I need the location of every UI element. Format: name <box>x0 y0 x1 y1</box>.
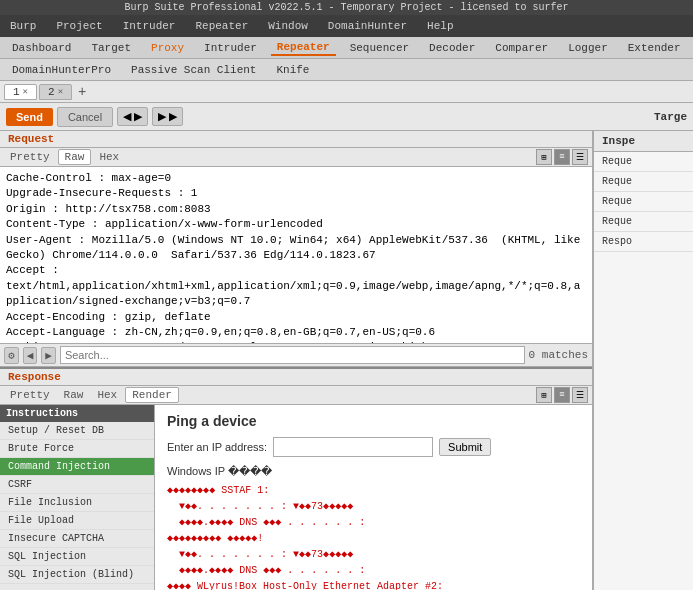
nav-target[interactable]: Target <box>85 41 137 55</box>
search-forward-icon[interactable]: ▶ <box>41 347 56 364</box>
inspector-section-4[interactable]: Reque <box>594 212 693 232</box>
view-controls: ⊞ ≡ ☰ <box>536 149 588 165</box>
req-line-7: text/html,application/xhtml+xml,applicat… <box>6 279 586 310</box>
nav-back-button[interactable]: ◀ ▶ <box>117 107 148 126</box>
view-btn-menu[interactable]: ☰ <box>572 149 588 165</box>
sidebar-item-command-injection[interactable]: Command Injection <box>0 458 154 476</box>
resp-view-btn-list[interactable]: ≡ <box>554 387 570 403</box>
inspector-section-5[interactable]: Respo <box>594 232 693 252</box>
response-content: Instructions Setup / Reset DB Brute Forc… <box>0 405 592 590</box>
inspector-section-1[interactable]: Reque <box>594 152 693 172</box>
tab-2-label: 2 <box>48 86 55 98</box>
req-line-6: Accept : <box>6 263 586 278</box>
sidebar-item-insecure-captcha[interactable]: Insecure CAPTCHA <box>0 530 154 548</box>
response-tab-hex[interactable]: Hex <box>91 388 123 402</box>
response-view-controls: ⊞ ≡ ☰ <box>536 387 588 403</box>
request-tab-pretty[interactable]: Pretty <box>4 150 56 164</box>
req-line-4: Content-Type : application/x-www-form-ur… <box>6 217 586 232</box>
title-bar: Burp Suite Professional v2022.5.1 - Temp… <box>0 0 693 15</box>
request-section-header: Request <box>0 131 592 148</box>
subnav-knife[interactable]: Knife <box>270 63 315 77</box>
subnav-domainhunterpro[interactable]: DomainHunterPro <box>6 63 117 77</box>
req-line-2: Upgrade-Insecure-Requests : 1 <box>6 186 586 201</box>
nav-dashboard[interactable]: Dashboard <box>6 41 77 55</box>
sidebar-item-csrf[interactable]: CSRF <box>0 476 154 494</box>
search-back-icon[interactable]: ◀ <box>23 347 38 364</box>
req-line-8: Accept-Encoding : gzip, deflate <box>6 310 586 325</box>
nav-intruder[interactable]: Intruder <box>198 41 263 55</box>
request-tab-hex[interactable]: Hex <box>93 150 125 164</box>
menu-project[interactable]: Project <box>52 19 106 33</box>
menu-intruder[interactable]: Intruder <box>119 19 180 33</box>
inspector-panel: Inspe Reque Reque Reque Reque Respo <box>593 131 693 590</box>
nav-extender[interactable]: Extender <box>622 41 687 55</box>
response-tab-render[interactable]: Render <box>125 387 179 403</box>
sidebar-section-instructions: Instructions <box>0 405 154 422</box>
tab-add-button[interactable]: + <box>74 84 90 100</box>
menu-repeater[interactable]: Repeater <box>191 19 252 33</box>
sidebar-item-sql-injection[interactable]: SQL Injection <box>0 548 154 566</box>
tab-1-close[interactable]: ✕ <box>23 86 28 97</box>
menu-domainhunter[interactable]: DomainHunter <box>324 19 411 33</box>
inspector-header: Inspe <box>594 131 693 152</box>
title-text: Burp Suite Professional v2022.5.1 - Temp… <box>124 2 568 13</box>
request-content: Cache-Control : max-age=0 Upgrade-Insecu… <box>0 167 592 343</box>
target-label: Targe <box>654 111 687 123</box>
nav-decoder[interactable]: Decoder <box>423 41 481 55</box>
nav-sequencer[interactable]: Sequencer <box>344 41 415 55</box>
view-btn-grid[interactable]: ⊞ <box>536 149 552 165</box>
menu-window[interactable]: Window <box>264 19 312 33</box>
response-section: Response Pretty Raw Hex Render ⊞ ≡ ☰ Ins… <box>0 369 592 590</box>
resp-view-btn-grid[interactable]: ⊞ <box>536 387 552 403</box>
tab-row: 1 ✕ 2 ✕ + <box>0 81 693 103</box>
search-input[interactable] <box>60 346 525 364</box>
subnav-passive-scan[interactable]: Passive Scan Client <box>125 63 262 77</box>
request-tab-raw[interactable]: Raw <box>58 149 92 165</box>
cancel-button[interactable]: Cancel <box>57 107 113 127</box>
inspector-section-2[interactable]: Reque <box>594 172 693 192</box>
response-main: Ping a device Enter an IP address: Submi… <box>155 405 592 590</box>
tab-1-label: 1 <box>13 86 20 98</box>
result-block-1-line2: ◆◆◆◆.◆◆◆◆ DNS ◆◆◆ . . . . . . : <box>167 516 580 528</box>
sidebar-item-setup[interactable]: Setup / Reset DB <box>0 422 154 440</box>
menu-burp[interactable]: Burp <box>6 19 40 33</box>
nav-comparer[interactable]: Comparer <box>489 41 554 55</box>
ping-title: Ping a device <box>167 413 580 429</box>
response-section-header: Response <box>0 369 592 386</box>
ping-label: Enter an IP address: <box>167 441 267 453</box>
resp-view-btn-menu[interactable]: ☰ <box>572 387 588 403</box>
nav-repeater[interactable]: Repeater <box>271 40 336 56</box>
ping-row: Enter an IP address: Submit <box>167 437 580 457</box>
sidebar-item-file-inclusion[interactable]: File Inclusion <box>0 494 154 512</box>
menu-help[interactable]: Help <box>423 19 457 33</box>
sidebar-item-file-upload[interactable]: File Upload <box>0 512 154 530</box>
send-button[interactable]: Send <box>6 108 53 126</box>
search-options-icon[interactable]: ⚙ <box>4 347 19 364</box>
req-line-9: Accept-Language : zh-CN,zh;q=0.9,en;q=0.… <box>6 325 586 340</box>
ping-input[interactable] <box>273 437 433 457</box>
response-tab-raw[interactable]: Raw <box>58 388 90 402</box>
tab-2[interactable]: 2 ✕ <box>39 84 72 100</box>
req-line-1: Cache-Control : max-age=0 <box>6 171 586 186</box>
nav-proxy[interactable]: Proxy <box>145 41 190 55</box>
view-btn-list[interactable]: ≡ <box>554 149 570 165</box>
response-tab-pretty[interactable]: Pretty <box>4 388 56 402</box>
result-block-1-header: ◆◆◆◆◆◆◆◆ SSTAF 1: <box>167 484 580 496</box>
result-block-2-line2: ◆◆◆◆.◆◆◆◆ DNS ◆◆◆ . . . . . . : <box>167 564 580 576</box>
nav-forward-button[interactable]: ▶ ▶ <box>152 107 183 126</box>
result-block-1-line1: ▼◆◆. . . . . . . : ▼◆◆73◆◆◆◆◆ <box>167 500 580 512</box>
sidebar-item-brute-force[interactable]: Brute Force <box>0 440 154 458</box>
sub-nav-bar: DomainHunterPro Passive Scan Client Knif… <box>0 59 693 81</box>
nav-logger[interactable]: Logger <box>562 41 614 55</box>
windows-ip-label: Windows IP ���� <box>167 465 580 478</box>
response-subtabs: Pretty Raw Hex Render ⊞ ≡ ☰ <box>0 386 592 405</box>
nav-bar: Dashboard Target Proxy Intruder Repeater… <box>0 37 693 59</box>
tab-2-close[interactable]: ✕ <box>58 86 63 97</box>
search-bar: ⚙ ◀ ▶ 0 matches <box>0 343 592 367</box>
main-area: Request Pretty Raw Hex ⊞ ≡ ☰ Cache-Contr… <box>0 131 693 590</box>
sidebar-item-sql-injection-blind[interactable]: SQL Injection (Blind) <box>0 566 154 584</box>
ping-submit-button[interactable]: Submit <box>439 438 491 456</box>
inspector-section-3[interactable]: Reque <box>594 192 693 212</box>
tab-1[interactable]: 1 ✕ <box>4 84 37 100</box>
result-block-3-header: ◆◆◆◆ WLyrus!Box Host-Only Ethernet Adapt… <box>167 580 580 590</box>
